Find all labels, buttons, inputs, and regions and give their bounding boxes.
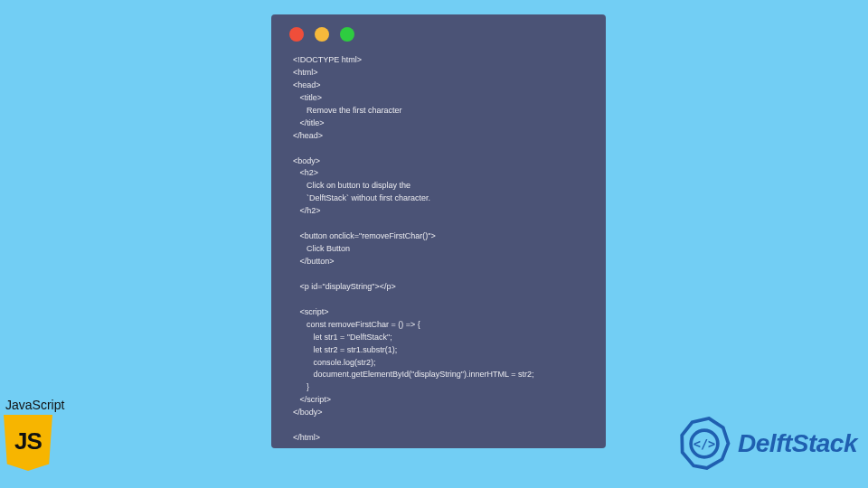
window-controls [289, 27, 591, 42]
javascript-logo-icon: JS [4, 415, 52, 471]
code-window: <!DOCTYPE html> <html> <head> <title> Re… [271, 14, 606, 448]
svg-text:</>: </> [693, 436, 716, 451]
language-label: JavaScript [5, 398, 64, 412]
language-badge: JavaScript JS [4, 398, 64, 471]
brand-logo-icon: </> [676, 416, 732, 472]
brand: </> DelftStack [676, 416, 857, 472]
maximize-icon [340, 27, 354, 42]
javascript-logo-text: JS [14, 427, 42, 455]
minimize-icon [315, 27, 329, 42]
close-icon [289, 27, 304, 42]
code-block: <!DOCTYPE html> <html> <head> <title> Re… [286, 54, 591, 445]
brand-name: DelftStack [738, 429, 857, 458]
